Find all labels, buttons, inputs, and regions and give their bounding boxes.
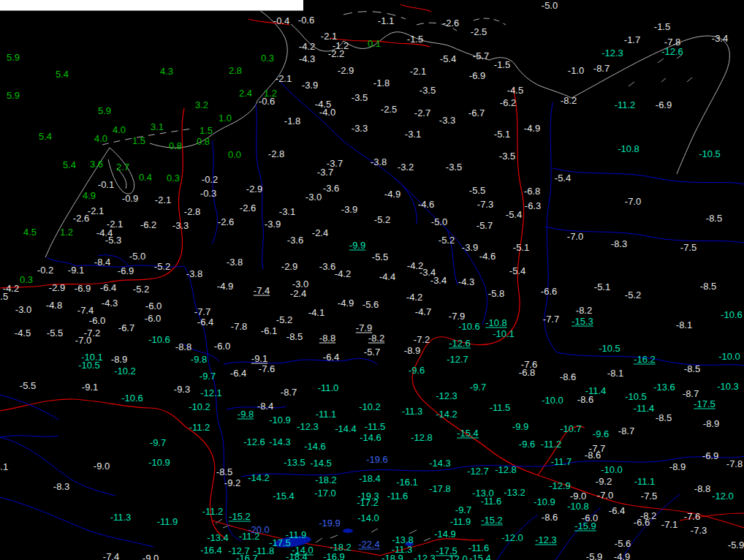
station-temp: -4.5 [507, 86, 523, 95]
station-temp: -0.6 [259, 97, 275, 106]
station-temp: -6.4 [609, 506, 625, 515]
station-temp: -1.8 [373, 78, 390, 88]
station-temp: -7.9 [356, 323, 372, 333]
station-temp: -6.1 [0, 462, 8, 472]
station-temp: -18.4 [359, 474, 381, 483]
station-temp: -10.0 [601, 465, 623, 474]
station-temp: 1.0 [219, 113, 232, 123]
station-temp: -14.9 [434, 529, 456, 539]
station-temp: -5.2 [276, 315, 292, 325]
station-temp: -6.2 [140, 220, 156, 230]
station-temp: -2.1 [155, 195, 171, 205]
station-temp: -3.8 [227, 257, 243, 267]
station-temp: -7.0 [75, 336, 91, 345]
station-temp: -12.3 [414, 553, 436, 560]
station-temp: -8.6 [577, 395, 593, 404]
station-temp: -6.0 [214, 341, 230, 351]
station-temp: -6.9 [118, 266, 134, 276]
station-temp: -1.8 [284, 116, 300, 126]
station-temp: -6.4 [230, 368, 246, 378]
station-temp: -8.5 [706, 213, 722, 223]
station-temp: -5.0 [431, 217, 447, 227]
station-temp: -12.3 [297, 422, 319, 431]
station-temp: -2.6 [240, 203, 256, 213]
station-temp: -14.6 [360, 433, 382, 442]
station-temp: -3.0 [305, 192, 322, 202]
station-temp: -7.8 [726, 459, 743, 469]
station-temp: -9.7 [470, 382, 486, 392]
station-temp: -16.4 [200, 545, 222, 555]
station-temp: -6.4 [100, 283, 116, 292]
station-temp: -2.4 [312, 228, 328, 238]
station-temp: -10.8 [567, 502, 589, 511]
station-temp: 4.9 [83, 191, 96, 200]
station-temp: -6.9 [469, 71, 485, 80]
station-temp: -5.7 [477, 221, 493, 230]
station-temp: -6.7 [118, 323, 134, 333]
station-temp: -11.0 [318, 383, 339, 393]
station-temp: -6.8 [519, 368, 535, 377]
station-temp: -7.2 [414, 335, 430, 344]
station-temp: 1.2 [60, 227, 73, 237]
station-temp: -0.6 [298, 15, 314, 25]
station-temp: -4.8 [46, 300, 62, 310]
station-temp: -5.2 [625, 290, 641, 300]
station-temp: -11.1 [316, 409, 337, 419]
station-temp: -8.7 [683, 389, 699, 398]
station-temp: -12.6 [449, 338, 471, 348]
station-temp: -12.0 [446, 554, 468, 560]
station-temp: -5.5 [372, 252, 388, 262]
station-temp: -1.7 [624, 35, 640, 45]
station-temp: -12.3 [601, 48, 623, 58]
station-temp: 2.4 [239, 88, 252, 98]
station-temp: -3.3 [172, 221, 189, 230]
station-temp: 5.9 [7, 53, 20, 62]
station-temp: -8.8 [175, 342, 191, 352]
station-temp: -3.7 [317, 167, 333, 177]
station-temp: -4.5 [15, 328, 31, 338]
station-temp: -5.5 [47, 328, 63, 338]
station-temp: -8.2 [561, 96, 577, 105]
station-temp: -11.2 [202, 507, 224, 516]
station-temp: -5.2 [374, 215, 390, 224]
station-temp: -15.4 [469, 553, 491, 560]
station-temp: 5.4 [56, 69, 69, 79]
station-temp: -22.4 [358, 540, 380, 549]
station-temp: -2.6 [443, 18, 459, 28]
station-temp: -10.8 [618, 144, 639, 154]
station-temp: -3.8 [371, 157, 387, 167]
station-temp: -5.4 [440, 54, 456, 64]
station-temp: -15.9 [574, 521, 596, 531]
station-temp: -1.1 [378, 16, 394, 26]
station-temp: -8.9 [111, 355, 127, 364]
station-temp: -8.6 [560, 372, 576, 382]
station-temp: -3.1 [279, 207, 295, 216]
station-temp: -0.3 [200, 189, 216, 198]
station-temp: 3.6 [90, 159, 103, 169]
station-temp: -11.6 [387, 491, 409, 501]
station-temp: -11.1 [634, 477, 656, 486]
station-temp: 0.0 [228, 150, 241, 159]
station-temp: -14.0 [357, 513, 379, 523]
station-temp: -9.7 [200, 371, 216, 381]
station-temp: -3.0 [15, 305, 31, 314]
station-temp: -10.5 [599, 344, 620, 353]
station-temp: -10.3 [717, 382, 739, 391]
station-temp: -7.4 [254, 286, 270, 295]
station-temp: -2.5 [381, 105, 397, 114]
station-temp: 3.2 [195, 100, 208, 110]
station-temp: -3.9 [462, 243, 478, 252]
station-temp: -5.6 [362, 300, 379, 309]
station-temp: -2.1 [410, 67, 426, 76]
station-temp: -3.5 [446, 162, 462, 172]
station-temp: -5.7 [473, 51, 489, 61]
station-temp: -6.9 [75, 284, 91, 293]
station-temp: 4.0 [113, 125, 126, 135]
station-temp: -7.0 [625, 197, 641, 206]
station-temp: -9.3 [174, 385, 190, 394]
station-temp: -3.9 [341, 205, 357, 214]
station-temp: -6.4 [197, 317, 213, 327]
station-temp: -8.7 [593, 64, 610, 73]
station-temp: -14.6 [304, 442, 326, 451]
station-temp: -8.1 [607, 368, 623, 378]
